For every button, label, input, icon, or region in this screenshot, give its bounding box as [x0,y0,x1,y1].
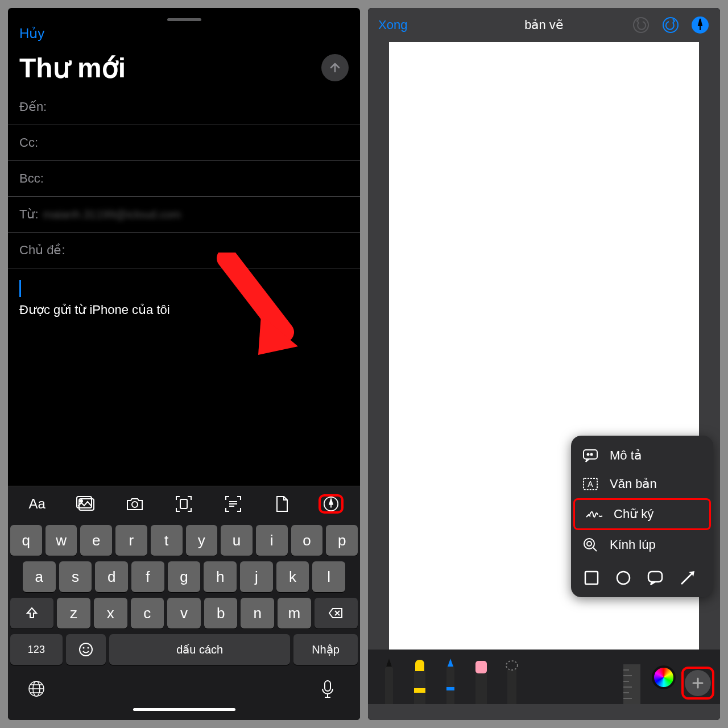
text-format-button[interactable]: Aa [24,494,49,514]
shape-circle[interactable] [613,568,634,588]
key-l[interactable]: l [312,561,345,592]
key-shift[interactable] [10,598,53,628]
highlighter-tool-icon [411,660,429,704]
key-o[interactable]: o [291,525,323,556]
svg-point-6 [80,643,92,656]
key-d[interactable]: d [95,561,128,592]
popup-describe[interactable]: Mô tả [571,441,713,470]
dictation-button[interactable] [320,680,341,700]
svg-point-8 [88,647,89,649]
key-h[interactable]: h [204,561,237,592]
tool-tray [368,650,720,704]
key-f[interactable]: f [131,561,164,592]
home-indicator[interactable] [133,708,235,711]
globe-icon [27,680,46,698]
bcc-field[interactable]: Bcc: [8,161,360,197]
tool-lasso[interactable] [500,659,524,704]
from-value: maianh.31199@icloud.com [43,208,181,221]
globe-button[interactable] [27,680,48,700]
tool-pencil[interactable] [439,659,462,704]
svg-rect-27 [446,687,454,690]
color-picker[interactable] [652,665,676,689]
undo-button[interactable] [631,15,651,35]
key-a[interactable]: a [23,561,56,592]
popup-text[interactable]: A Văn bản [571,470,713,498]
subject-field[interactable]: Chủ đề: [8,233,360,268]
circle-icon [615,570,631,586]
tool-eraser[interactable] [469,659,493,704]
key-numbers[interactable]: 123 [10,634,63,665]
compose-title: Thư mới [19,52,126,84]
key-i[interactable]: i [256,525,288,556]
key-u[interactable]: u [221,525,253,556]
key-q[interactable]: q [10,525,42,556]
shift-icon [26,607,38,619]
phone-left: Hủy Thư mới Đến: Cc: Bcc: Từ: maianh.311… [8,8,360,720]
key-enter[interactable]: Nhập [293,634,358,665]
key-c[interactable]: c [131,598,164,628]
svg-rect-25 [414,671,425,704]
key-emoji[interactable] [66,634,106,665]
popup-signature[interactable]: Chữ ký [573,498,711,530]
ruler-icon [618,659,646,704]
cancel-button[interactable]: Hủy [19,26,44,41]
key-n[interactable]: n [241,598,274,628]
key-e[interactable]: e [80,525,112,556]
keyboard: q w e r t y u i o p a s d f g h j k l z [8,522,360,720]
svg-point-17 [591,454,593,456]
key-t[interactable]: t [151,525,183,556]
svg-point-23 [617,572,630,584]
key-backspace[interactable] [315,598,358,628]
key-x[interactable]: x [94,598,127,628]
key-m[interactable]: m [278,598,311,628]
redo-button[interactable] [661,15,680,35]
scan-text-button[interactable] [221,494,246,514]
popup-magnifier[interactable]: Kính lúp [571,530,713,560]
send-button[interactable] [321,54,349,81]
done-button[interactable]: Xong [378,18,407,32]
message-body[interactable]: Được gửi từ iPhone của tôi [8,268,360,486]
tool-highlighter[interactable] [408,659,432,704]
svg-point-21 [587,541,592,546]
photos-button[interactable] [73,494,98,514]
tool-pen[interactable] [377,659,401,704]
svg-point-20 [584,539,594,549]
to-field[interactable]: Đến: [8,89,360,125]
markup-button[interactable] [318,494,344,514]
key-r[interactable]: r [115,525,147,556]
phone-right: Xong bản vẽ Mô tả [368,8,720,720]
shape-speech[interactable] [645,568,665,588]
key-g[interactable]: g [168,561,201,592]
svg-point-31 [506,661,518,670]
scan-doc-icon [175,495,192,512]
scan-doc-button[interactable] [171,494,196,514]
key-z[interactable]: z [57,598,90,628]
markup-header: Xong bản vẽ [368,8,720,42]
from-field[interactable]: Từ: maianh.31199@icloud.com [8,197,360,233]
key-w[interactable]: w [46,525,77,556]
email-signature: Được gửi từ iPhone của tôi [19,303,349,317]
pen-tool-icon [380,659,398,704]
svg-rect-24 [648,572,662,582]
format-toolbar: Aa [8,486,360,522]
attach-file-button[interactable] [270,494,295,514]
key-p[interactable]: p [326,525,358,556]
canvas-area[interactable]: Mô tả A Văn bản Chữ ký Kính lúp [368,42,720,650]
tool-ruler[interactable] [618,659,646,704]
document-icon [275,495,289,512]
emoji-icon [78,642,93,657]
cc-field[interactable]: Cc: [8,125,360,161]
svg-point-3 [132,502,138,507]
svg-rect-11 [325,681,330,691]
key-y[interactable]: y [186,525,218,556]
markup-toggle-button[interactable] [690,15,710,35]
camera-button[interactable] [122,494,147,514]
key-s[interactable]: s [59,561,92,592]
key-b[interactable]: b [204,598,238,628]
key-v[interactable]: v [167,598,201,628]
key-space[interactable]: dấu cách [109,634,290,665]
shape-square[interactable] [581,568,602,588]
key-k[interactable]: k [276,561,309,592]
shape-arrow[interactable] [677,568,697,588]
key-j[interactable]: j [240,561,273,592]
